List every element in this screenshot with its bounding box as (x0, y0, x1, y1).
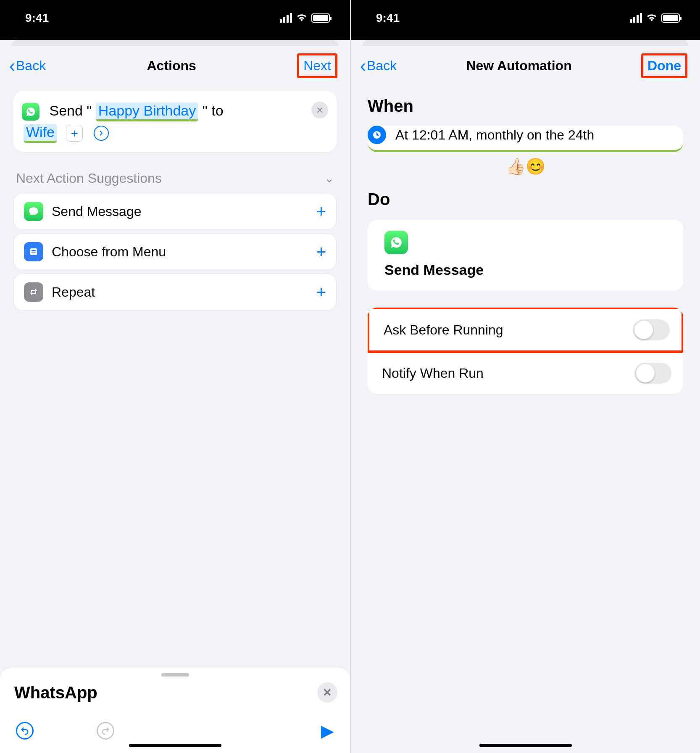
recipient-token[interactable]: Wife (24, 124, 57, 143)
back-button[interactable]: ‹ Back (9, 58, 46, 74)
when-text: At 12:01 AM, monthly on the 24th (395, 127, 594, 143)
add-recipient-button[interactable]: + (66, 125, 83, 142)
ask-toggle[interactable] (633, 319, 670, 340)
status-icons (280, 12, 330, 24)
suggestion-repeat[interactable]: Repeat + (13, 274, 337, 311)
phone-left-actions: 9:41 ‹ Back Actions Next Send " Happy Bi… (0, 0, 350, 753)
sheet-handle (12, 40, 338, 46)
whatsapp-icon (384, 231, 408, 254)
next-button[interactable]: Next (297, 53, 337, 78)
message-token[interactable]: Happy Birthday (96, 103, 198, 121)
ask-label: Ask Before Running (384, 322, 503, 338)
suggestion-label: Choose from Menu (52, 244, 166, 260)
chevron-left-icon: ‹ (360, 61, 366, 70)
suggestions-title: Next Action Suggestions (16, 171, 162, 186)
suggestion-label: Send Message (52, 204, 141, 219)
chevron-down-icon: ⌄ (324, 171, 334, 185)
ask-before-running-row[interactable]: Ask Before Running (368, 308, 683, 353)
messages-icon (24, 202, 43, 221)
repeat-icon (24, 282, 43, 302)
suggestion-choose-menu[interactable]: Choose from Menu + (13, 233, 337, 270)
notify-when-run-row[interactable]: Notify When Run (368, 352, 683, 394)
suggestion-send-message[interactable]: Send Message + (13, 193, 337, 230)
status-icons (630, 12, 680, 24)
status-time: 9:41 (25, 11, 49, 25)
play-button[interactable]: ▶ (321, 721, 334, 740)
battery-icon (311, 13, 330, 23)
clock-icon (368, 126, 386, 144)
clear-action-button[interactable]: ✕ (311, 102, 328, 118)
home-indicator (479, 744, 572, 747)
undo-button[interactable] (16, 722, 34, 740)
redo-button (97, 722, 114, 740)
back-button[interactable]: ‹ Back (360, 58, 397, 74)
add-icon: + (316, 242, 326, 261)
status-bar: 9:41 (0, 0, 350, 40)
navbar: ‹ Back Actions Next (0, 46, 350, 89)
chevron-left-icon: ‹ (9, 61, 15, 70)
suggestion-label: Repeat (52, 284, 95, 300)
options-card: Ask Before Running Notify When Run (368, 308, 683, 394)
svg-rect-2 (32, 252, 36, 253)
add-icon: + (316, 202, 326, 221)
expand-action-button[interactable] (94, 126, 109, 141)
notify-toggle[interactable] (634, 363, 671, 384)
emoji-row: 👍🏻😊 (351, 154, 700, 182)
sheet-title: WhatsApp (14, 683, 97, 702)
signal-icon (630, 13, 642, 23)
page-title: New Automation (466, 58, 571, 74)
sheet-handle (363, 40, 688, 46)
wifi-icon (296, 12, 307, 24)
whatsapp-icon (22, 103, 39, 121)
status-bar: 9:41 (351, 0, 700, 40)
do-section-title: Do (351, 182, 700, 217)
navbar: ‹ Back New Automation Done (351, 46, 700, 89)
back-label: Back (367, 58, 397, 74)
send-prefix: Send " (49, 103, 92, 118)
do-card[interactable]: Send Message (368, 220, 683, 291)
bottom-sheet: WhatsApp ✕ ▶ (0, 667, 350, 753)
battery-icon (661, 13, 680, 23)
do-action-label: Send Message (384, 262, 671, 278)
close-button[interactable]: ✕ (317, 682, 337, 703)
wifi-icon (646, 12, 657, 24)
add-icon: + (316, 283, 326, 302)
suggestions-header[interactable]: Next Action Suggestions ⌄ (16, 171, 334, 186)
menu-icon (24, 242, 43, 261)
done-button[interactable]: Done (641, 53, 687, 78)
svg-rect-1 (32, 250, 36, 251)
phone-right-automation: 9:41 ‹ Back New Automation Done When At … (350, 0, 700, 753)
when-card[interactable]: At 12:01 AM, monthly on the 24th (368, 126, 683, 152)
action-card[interactable]: Send " Happy Birthday " to Wife + ✕ (13, 91, 337, 152)
home-indicator (129, 744, 221, 747)
send-mid: " to (203, 103, 224, 118)
notify-label: Notify When Run (382, 366, 484, 381)
signal-icon (280, 13, 292, 23)
page-title: Actions (147, 58, 196, 74)
sheet-grab-handle[interactable] (161, 673, 189, 677)
status-time: 9:41 (376, 11, 400, 25)
back-label: Back (16, 58, 46, 74)
when-section-title: When (351, 89, 700, 124)
